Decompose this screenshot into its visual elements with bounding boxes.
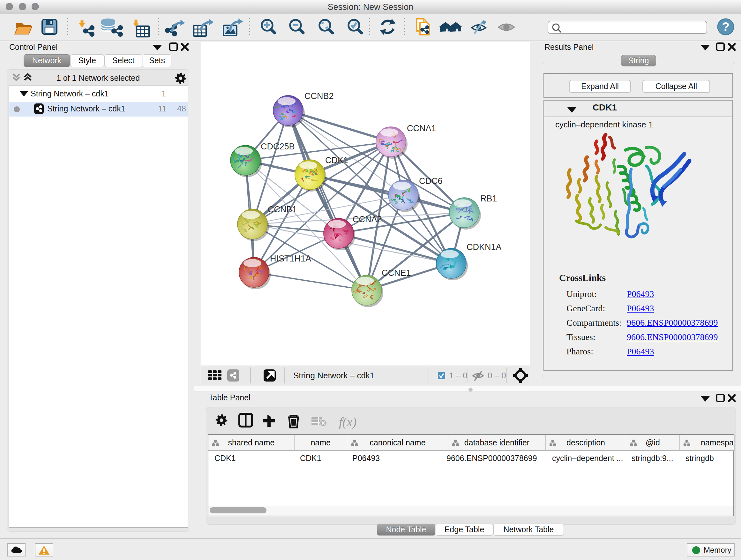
- svg-text:CCNB1: CCNB1: [268, 205, 297, 214]
- svg-text:?: ?: [722, 20, 729, 34]
- svg-text:1 – 0: 1 – 0: [449, 371, 468, 380]
- svg-text:0 – 0: 0 – 0: [488, 371, 506, 380]
- svg-text:CDC6: CDC6: [419, 176, 443, 186]
- svg-text:CCNA2: CCNA2: [353, 214, 382, 224]
- svg-text:CDC25B: CDC25B: [261, 142, 295, 151]
- svg-text:RB1: RB1: [480, 194, 497, 203]
- svg-text:CCNA1: CCNA1: [407, 124, 436, 133]
- svg-text:CCNB2: CCNB2: [305, 91, 334, 101]
- svg-text:HIST1H1A: HIST1H1A: [270, 254, 311, 263]
- svg-text:f(x): f(x): [339, 415, 357, 429]
- svg-text:CDK1: CDK1: [325, 155, 348, 165]
- svg-text:CCNE1: CCNE1: [382, 268, 411, 278]
- svg-text:CDKN1A: CDKN1A: [467, 242, 502, 252]
- svg-text:String Network – cdk1: String Network – cdk1: [293, 371, 374, 380]
